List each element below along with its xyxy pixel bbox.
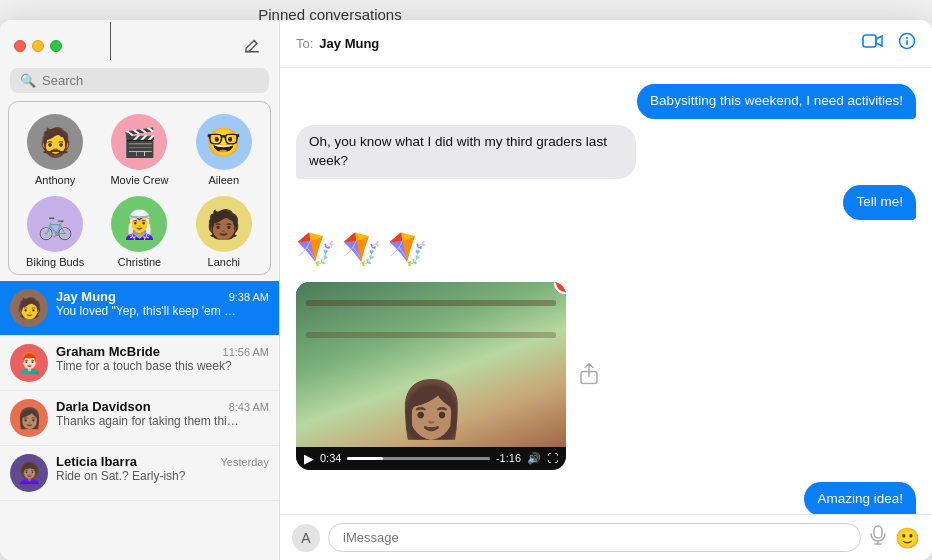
pinned-name: Biking Buds — [26, 256, 84, 268]
pinned-name: Christine — [118, 256, 161, 268]
pinned-avatar: 🧝‍♀️ — [111, 196, 167, 252]
traffic-lights — [14, 40, 62, 52]
chat-header-row: Jay Mung 9:38 AM — [56, 289, 269, 304]
chat-avatar: 👨🏻‍🦰 — [10, 344, 48, 382]
video-controls: ▶ 0:34 -1:16 🔊 ⛶ — [296, 447, 566, 470]
message-row: Tell me! — [296, 185, 916, 220]
kite-emoji-2: 🪁 — [342, 230, 382, 268]
chat-name: Jay Mung — [56, 289, 116, 304]
svg-rect-1 — [863, 35, 876, 47]
video-message-row: ❤️ 👩🏽 ▶ 0:34 — [296, 276, 916, 476]
info-icon[interactable] — [898, 32, 916, 55]
message-bubble: Oh, you know what I did with my third gr… — [296, 125, 636, 179]
minimize-button[interactable] — [32, 40, 44, 52]
pinned-annotation: Pinned conversations — [180, 0, 480, 27]
pinned-avatar: 🚲 — [27, 196, 83, 252]
pinned-section: 🧔 Anthony 🎬 Movie Crew 🤓 Aileen 🚲 Biking… — [8, 101, 271, 275]
recipient-name: Jay Mung — [319, 36, 379, 51]
pinned-item[interactable]: 🧔 Anthony — [13, 110, 97, 188]
search-input[interactable] — [42, 73, 259, 88]
svg-point-3 — [906, 37, 908, 39]
pinned-grid: 🧔 Anthony 🎬 Movie Crew 🤓 Aileen 🚲 Biking… — [13, 110, 266, 270]
progress-bar[interactable] — [347, 457, 490, 460]
chat-list-item[interactable]: 👩🏽‍🦱 Leticia Ibarra Yesterday Ride on Sa… — [0, 446, 279, 501]
pinned-name: Anthony — [35, 174, 75, 186]
video-container: ❤️ 👩🏽 ▶ 0:34 — [296, 282, 566, 470]
kite-emojis: 🪁 🪁 🪁 — [296, 230, 428, 268]
video-thumbnail: 👩🏽 — [296, 282, 566, 447]
header-actions — [862, 32, 916, 55]
pinned-avatar: 🧔 — [27, 114, 83, 170]
chat-info: Leticia Ibarra Yesterday Ride on Sat.? E… — [56, 454, 269, 483]
message-row: Oh, you know what I did with my third gr… — [296, 125, 916, 179]
pinned-item[interactable]: 🤓 Aileen — [182, 110, 266, 188]
pinned-item[interactable]: 🧑🏾 Lanchi — [182, 192, 266, 270]
chat-list: 🧑 Jay Mung 9:38 AM You loved "Yep, this'… — [0, 281, 279, 560]
chat-time: 8:43 AM — [229, 401, 269, 413]
chat-info: Darla Davidson 8:43 AM Thanks again for … — [56, 399, 269, 428]
close-button[interactable] — [14, 40, 26, 52]
video-elapsed: 0:34 — [320, 452, 341, 464]
chat-header-row: Darla Davidson 8:43 AM — [56, 399, 269, 414]
search-icon: 🔍 — [20, 73, 36, 88]
message-bubble: Tell me! — [843, 185, 916, 220]
pinned-name: Movie Crew — [110, 174, 168, 186]
message-bubble: Amazing idea! — [804, 482, 916, 514]
chat-time: 9:38 AM — [229, 291, 269, 303]
chat-avatar: 👩🏽 — [10, 399, 48, 437]
video-person: 👩🏽 — [397, 382, 466, 437]
chat-header-row: Leticia Ibarra Yesterday — [56, 454, 269, 469]
sidebar-titlebar — [0, 20, 279, 68]
kite-row: 🪁 🪁 🪁 — [296, 226, 916, 270]
audio-icon[interactable] — [869, 525, 887, 550]
svg-rect-6 — [874, 526, 882, 538]
main-header: To: Jay Mung — [280, 20, 932, 68]
fullscreen-icon[interactable]: ⛶ — [547, 452, 558, 464]
share-button[interactable] — [580, 362, 598, 389]
chat-list-item[interactable]: 🧑 Jay Mung 9:38 AM You loved "Yep, this'… — [0, 281, 279, 336]
chat-time: 11:56 AM — [223, 346, 269, 358]
pinned-item[interactable]: 🚲 Biking Buds — [13, 192, 97, 270]
pinned-item[interactable]: 🎬 Movie Crew — [97, 110, 181, 188]
chat-header-row: Graham McBride 11:56 AM — [56, 344, 269, 359]
imessage-input[interactable] — [328, 523, 861, 552]
chat-preview: Ride on Sat.? Early-ish? — [56, 469, 241, 483]
chat-name: Graham McBride — [56, 344, 160, 359]
pinned-avatar: 🧑🏾 — [196, 196, 252, 252]
kite-emoji-1: 🪁 — [296, 230, 336, 268]
video-remaining: -1:16 — [496, 452, 521, 464]
fullscreen-button[interactable] — [50, 40, 62, 52]
compose-button[interactable] — [239, 35, 265, 57]
progress-fill — [347, 457, 383, 460]
message-row: Babysitting this weekend, I need activit… — [296, 84, 916, 119]
sidebar: 🔍 🧔 Anthony 🎬 Movie Crew 🤓 Aileen 🚲 Biki… — [0, 20, 280, 560]
app-button[interactable]: A — [292, 524, 320, 552]
chat-list-item[interactable]: 👨🏻‍🦰 Graham McBride 11:56 AM Time for a … — [0, 336, 279, 391]
chat-list-item[interactable]: 👩🏽 Darla Davidson 8:43 AM Thanks again f… — [0, 391, 279, 446]
video-call-icon[interactable] — [862, 33, 884, 54]
chat-preview: Time for a touch base this week? — [56, 359, 241, 373]
pinned-name: Aileen — [209, 174, 240, 186]
pinned-name: Lanchi — [208, 256, 240, 268]
message-bubble: Babysitting this weekend, I need activit… — [637, 84, 916, 119]
chat-time: Yesterday — [220, 456, 269, 468]
main-chat: To: Jay Mung — [280, 20, 932, 560]
chat-name: Leticia Ibarra — [56, 454, 137, 469]
messages-area: Babysitting this weekend, I need activit… — [280, 68, 932, 514]
chat-name: Darla Davidson — [56, 399, 151, 414]
to-label: To: — [296, 36, 313, 51]
play-button[interactable]: ▶ — [304, 451, 314, 466]
chat-preview: You loved "Yep, this'll keep 'em occupie… — [56, 304, 241, 318]
chat-info: Jay Mung 9:38 AM You loved "Yep, this'll… — [56, 289, 269, 318]
volume-icon[interactable]: 🔊 — [527, 452, 541, 465]
emoji-button[interactable]: 🙂 — [895, 526, 920, 550]
pinned-item[interactable]: 🧝‍♀️ Christine — [97, 192, 181, 270]
app-window: 🔍 🧔 Anthony 🎬 Movie Crew 🤓 Aileen 🚲 Biki… — [0, 20, 932, 560]
chat-avatar: 👩🏽‍🦱 — [10, 454, 48, 492]
message-row: Amazing idea! — [296, 482, 916, 514]
pinned-avatar: 🤓 — [196, 114, 252, 170]
pinned-avatar: 🎬 — [111, 114, 167, 170]
annotation-line — [110, 22, 111, 60]
kite-emoji-3: 🪁 — [388, 230, 428, 268]
chat-avatar: 🧑 — [10, 289, 48, 327]
